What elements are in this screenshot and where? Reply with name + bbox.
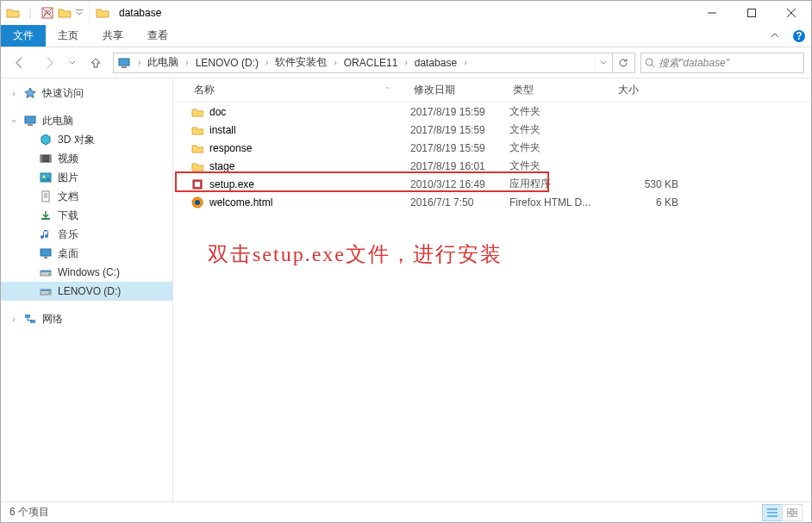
file-name: welcome.html [209, 196, 272, 209]
search-box[interactable] [640, 53, 804, 73]
sidebar-item[interactable]: ›视频 [1, 149, 172, 168]
drive-icon [39, 284, 53, 298]
svg-rect-9 [28, 124, 33, 126]
up-button[interactable] [84, 51, 108, 75]
file-row[interactable]: setup.exe2010/3/12 16:49应用程序530 KB [191, 175, 811, 193]
refresh-icon[interactable] [612, 53, 633, 72]
crumb-drive[interactable]: LENOVO (D:) [194, 57, 260, 69]
properties-icon[interactable] [41, 6, 54, 20]
title-bar: | database [1, 1, 811, 25]
file-date: 2017/8/19 16:01 [410, 160, 509, 172]
minimize-button[interactable] [692, 1, 732, 25]
tab-home[interactable]: 主页 [46, 25, 91, 47]
tree-collapse-icon[interactable]: › [9, 314, 18, 324]
breadcrumb-sep[interactable]: › [134, 58, 144, 67]
file-tab[interactable]: 文件 [1, 25, 46, 47]
sidebar-item[interactable]: ›桌面 [1, 244, 172, 263]
svg-rect-18 [44, 257, 47, 258]
sidebar-item[interactable]: ›下载 [1, 206, 172, 225]
sidebar-quick-access[interactable]: › 快速访问 [1, 84, 172, 103]
sidebar-label: 网络 [42, 312, 63, 327]
sidebar-item[interactable]: ›LENOVO (D:) [1, 282, 172, 301]
view-icons-button[interactable] [782, 504, 803, 521]
crumb-folder2[interactable]: ORACLE11 [342, 57, 400, 69]
back-button[interactable] [8, 51, 32, 75]
svg-point-7 [646, 59, 653, 65]
breadcrumb[interactable]: › 此电脑 › LENOVO (D:) › 软件安装包 › ORACLE11 ›… [113, 53, 635, 73]
file-date: 2017/8/19 15:59 [410, 142, 509, 154]
maximize-button[interactable] [732, 1, 771, 25]
exe-icon [191, 177, 204, 191]
pictures-icon [39, 171, 53, 184]
sidebar-item-label: Windows (C:) [58, 266, 120, 278]
folder-icon [191, 159, 204, 173]
col-size[interactable]: 大小 [615, 83, 684, 97]
svg-rect-12 [49, 155, 51, 162]
sidebar-network[interactable]: › 网络 [1, 309, 172, 328]
column-headers: 名称˄ 修改日期 类型 大小 [173, 78, 811, 103]
sidebar-item[interactable]: ›图片 [1, 168, 172, 187]
sidebar-item[interactable]: ›3D 对象 [1, 130, 172, 149]
qa-more-icon[interactable] [58, 6, 72, 20]
folder-icon [191, 105, 204, 119]
search-input[interactable] [659, 57, 800, 69]
sort-indicator-icon: ˄ [385, 86, 390, 95]
close-button[interactable] [771, 1, 811, 25]
ribbon-expand-icon[interactable] [763, 25, 787, 47]
file-row[interactable]: install2017/8/19 15:59文件夹 [191, 121, 811, 139]
sidebar-item[interactable]: ›文档 [1, 187, 172, 206]
view-details-button[interactable] [762, 504, 783, 521]
tab-share[interactable]: 共享 [91, 25, 135, 47]
folder-icon [191, 123, 204, 137]
3d-icon [39, 133, 53, 146]
help-icon[interactable]: ? [787, 25, 811, 47]
tree-collapse-icon[interactable]: › [9, 89, 18, 98]
file-type: 应用程序 [509, 177, 615, 191]
crumb-thispc[interactable]: 此电脑 [146, 55, 180, 70]
history-dropdown-icon[interactable] [66, 59, 78, 66]
svg-rect-11 [41, 155, 42, 162]
breadcrumb-sep[interactable]: › [460, 58, 470, 67]
sidebar-label: 此电脑 [42, 114, 73, 128]
svg-rect-32 [793, 508, 797, 512]
svg-rect-16 [41, 218, 50, 220]
breadcrumb-pc-icon [117, 56, 131, 70]
forward-button[interactable] [37, 51, 61, 75]
qa-dropdown-icon[interactable] [75, 6, 84, 20]
breadcrumb-dropdown-icon[interactable] [595, 53, 610, 72]
svg-rect-17 [41, 249, 51, 256]
sidebar-item[interactable]: ›Windows (C:) [1, 263, 172, 282]
file-date: 2016/7/1 7:50 [410, 196, 509, 209]
folder-icon [6, 6, 20, 20]
file-row[interactable]: doc2017/8/19 15:59文件夹 [191, 103, 811, 121]
crumb-folder3[interactable]: database [413, 57, 459, 69]
svg-rect-28 [195, 182, 200, 187]
file-row[interactable]: response2017/8/19 15:59文件夹 [191, 139, 811, 157]
downloads-icon [39, 209, 53, 222]
file-row[interactable]: stage2017/8/19 16:01文件夹 [191, 157, 811, 175]
sidebar-item[interactable]: ›音乐 [1, 225, 172, 244]
svg-point-24 [48, 292, 50, 294]
breadcrumb-sep[interactable]: › [262, 58, 272, 67]
col-name[interactable]: 名称˄ [191, 83, 410, 97]
sidebar-this-pc[interactable]: › 此电脑 [1, 111, 172, 130]
svg-point-14 [43, 176, 46, 178]
svg-point-21 [48, 273, 50, 275]
file-list: 名称˄ 修改日期 类型 大小 doc2017/8/19 15:59文件夹inst… [173, 78, 811, 501]
file-type: Firefox HTML D... [509, 196, 615, 209]
file-row[interactable]: welcome.html2016/7/1 7:50Firefox HTML D.… [191, 193, 811, 211]
tree-expand-icon[interactable]: › [9, 116, 19, 125]
col-type[interactable]: 类型 [509, 83, 615, 97]
folder-icon [191, 141, 204, 155]
breadcrumb-sep[interactable]: › [401, 58, 410, 67]
network-icon [23, 312, 37, 326]
tab-view[interactable]: 查看 [135, 25, 180, 47]
item-count: 6 个项目 [9, 505, 49, 520]
col-date[interactable]: 修改日期 [410, 83, 509, 97]
crumb-folder1[interactable]: 软件安装包 [273, 55, 328, 70]
sidebar-item-label: 桌面 [58, 246, 78, 261]
svg-rect-6 [122, 66, 127, 68]
breadcrumb-sep[interactable]: › [330, 58, 340, 67]
breadcrumb-sep[interactable]: › [182, 58, 191, 67]
status-bar: 6 个项目 [1, 501, 811, 522]
